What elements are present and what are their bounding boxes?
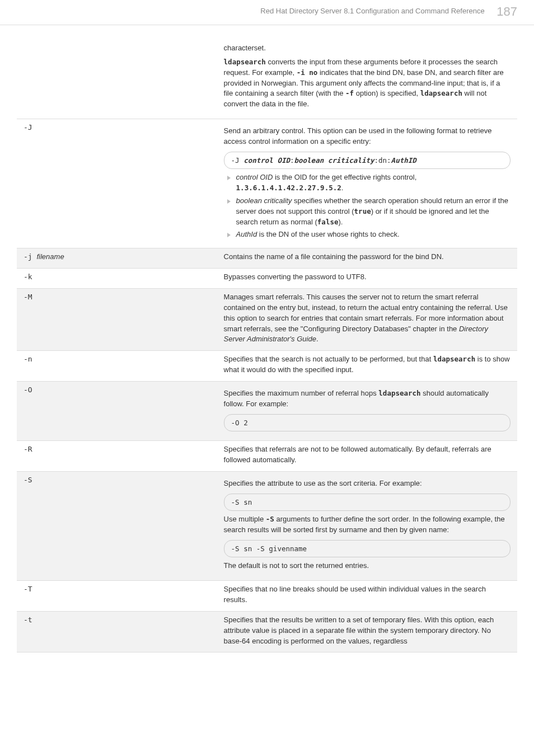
option-flag: -j — [24, 252, 36, 261]
text: characterset. — [224, 43, 510, 54]
table-row: -k Bypasses converting the password to U… — [17, 269, 517, 289]
literal: false — [317, 218, 339, 226]
code-variable: control OID — [243, 156, 290, 165]
page-number: 187 — [496, 4, 517, 18]
content-area: characterset. ldapsearch converts the in… — [0, 25, 534, 669]
option-cell — [17, 36, 217, 119]
code-block: -O 2 — [224, 414, 510, 432]
code-block: -J control OID:boolean criticality:dn:Au… — [224, 152, 510, 170]
text-paragraph: Use multiple -S arguments to further def… — [224, 514, 510, 536]
table-row: -M Manages smart referrals. This causes … — [17, 289, 517, 351]
description-cell: Specifies that the results be written to… — [217, 611, 517, 652]
text: ). — [338, 218, 343, 226]
option-cell: -O — [17, 381, 217, 440]
option-cell: -k — [17, 269, 217, 289]
text: Send an arbitrary control. This option c… — [224, 126, 510, 147]
text: option) is specified, — [354, 89, 420, 97]
table-row: -j filename Contains the name of a file … — [17, 248, 517, 269]
text: . — [341, 184, 344, 192]
list-item: control OID is the OID for the get effec… — [226, 172, 510, 194]
table-row: characterset. ldapsearch converts the in… — [17, 36, 517, 119]
code-block: -S sn -S givenname — [224, 540, 510, 558]
term: AuthId — [236, 230, 257, 238]
option-cell: -j filename — [17, 248, 217, 269]
text: Specifies the attribute to use as the so… — [224, 478, 510, 489]
code-block: -S sn — [224, 494, 510, 511]
command: ldapsearch — [433, 355, 475, 363]
code-text: : — [290, 156, 294, 165]
text: is the DN of the user whose rights to ch… — [257, 230, 399, 238]
option-cell: -n — [17, 351, 217, 382]
oid-value: 1.3.6.1.4.1.42.2.27.9.5.2 — [236, 184, 341, 192]
description-cell: Specifies that referrals are not to be f… — [217, 441, 517, 472]
option-arg: filename — [36, 252, 64, 261]
option-literal: -i no — [297, 68, 318, 77]
term: boolean criticality — [236, 196, 292, 205]
text-paragraph: Specifies the maximum number of referral… — [224, 388, 510, 410]
description-cell: Specifies that the search is not actuall… — [217, 351, 517, 382]
text: Specifies the maximum number of referral… — [224, 389, 379, 397]
page-header: Red Hat Directory Server 8.1 Configurati… — [0, 0, 534, 25]
description-cell: Specifies the maximum number of referral… — [217, 381, 517, 440]
text: ldapsearch converts the input from these… — [224, 57, 510, 110]
description-cell: Bypasses converting the password to UTF8… — [217, 269, 517, 289]
text: The default is not to sort the returned … — [224, 561, 510, 571]
term: control OID — [236, 173, 273, 181]
table-row: -t Specifies that the results be written… — [17, 611, 517, 652]
list-item: AuthId is the DN of the user whose right… — [226, 229, 510, 240]
code-variable: AuthID — [391, 156, 416, 165]
code-variable: boolean criticality — [294, 156, 374, 165]
options-table: characterset. ldapsearch converts the in… — [17, 36, 517, 652]
table-row: -O Specifies the maximum number of refer… — [17, 381, 517, 440]
option-cell: -t — [17, 611, 217, 652]
code-text: :dn: — [374, 156, 391, 165]
table-row: -T Specifies that no line breaks should … — [17, 581, 517, 612]
option-literal: -S — [266, 515, 274, 523]
description-cell: Specifies that no line breaks should be … — [217, 581, 517, 612]
description-cell: Send an arbitrary control. This option c… — [217, 119, 517, 248]
text: . — [316, 335, 318, 343]
text: is the OID for the get effective rights … — [273, 173, 416, 181]
doc-title: Red Hat Directory Server 8.1 Configurati… — [260, 7, 484, 15]
description-cell: Specifies the attribute to use as the so… — [217, 471, 517, 580]
list-item: boolean criticality specifies whether th… — [226, 196, 510, 228]
text: Specifies that the search is not actuall… — [224, 355, 433, 363]
table-row: -S Specifies the attribute to use as the… — [17, 471, 517, 580]
option-literal: -f — [345, 89, 354, 97]
bullet-list: control OID is the OID for the get effec… — [226, 172, 510, 240]
option-cell: -T — [17, 581, 217, 612]
option-cell: -S — [17, 471, 217, 580]
command: ldapsearch — [224, 58, 266, 66]
table-row: -R Specifies that referrals are not to b… — [17, 441, 517, 472]
command: ldapsearch — [378, 389, 420, 397]
description-cell: Manages smart referrals. This causes the… — [217, 289, 517, 351]
table-row: -J Send an arbitrary control. This optio… — [17, 119, 517, 248]
option-cell: -J — [17, 119, 217, 248]
literal: true — [354, 207, 371, 215]
option-cell: -M — [17, 289, 217, 351]
description-cell: Contains the name of a file containing t… — [217, 248, 517, 269]
code-text: -J — [231, 156, 244, 165]
option-cell: -R — [17, 441, 217, 472]
description-cell: characterset. ldapsearch converts the in… — [217, 36, 517, 119]
table-row: -n Specifies that the search is not actu… — [17, 351, 517, 382]
text: Use multiple — [224, 515, 266, 523]
command: ldapsearch — [420, 89, 462, 97]
